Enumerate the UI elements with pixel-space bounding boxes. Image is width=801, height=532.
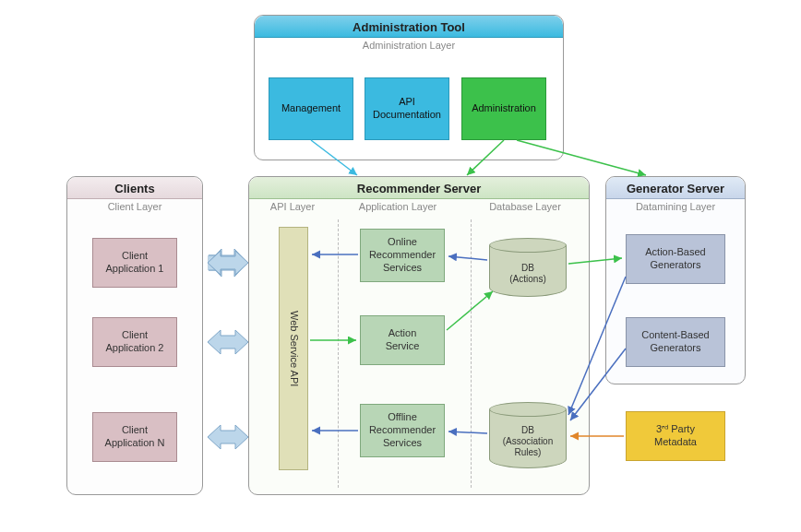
management-box: Management [269, 77, 353, 140]
api-doc-box: API Documentation [365, 77, 449, 140]
app-layer-label: Application Layer [347, 201, 448, 212]
online-recommender-box: Online Recommender Services [360, 229, 445, 282]
svg-marker-2 [208, 425, 248, 449]
admin-layer-label: Administration Layer [255, 38, 563, 56]
clients-title: Clients [67, 177, 202, 199]
action-generators-box: Action-Based Generators [626, 234, 725, 284]
action-service-box: Action Service [360, 315, 445, 365]
db-layer-label: Database Layer [474, 201, 576, 212]
client-api-arrow-2 [208, 330, 248, 354]
content-generators-box: Content-Based Generators [626, 317, 725, 367]
svg-marker-0 [208, 251, 248, 275]
clients-layer-label: Client Layer [67, 199, 202, 218]
client-app-2: Client Application 2 [92, 317, 177, 367]
client-api-arrow-3 [208, 425, 248, 449]
svg-marker-1 [208, 330, 248, 354]
client-app-1: Client Application 1 [92, 238, 177, 288]
offline-recommender-box: Offline Recommender Services [360, 404, 445, 457]
generator-layer-label: Datamining Layer [606, 199, 745, 218]
divider-2 [471, 219, 472, 488]
db-actions: DB (Actions) [489, 238, 567, 297]
client-api-arrow-1 [208, 249, 248, 277]
api-layer-label: API Layer [260, 201, 325, 212]
administration-box: Administration [461, 77, 546, 140]
client-app-n: Client Application N [92, 412, 177, 462]
db-rules-label: DB (Association Rules) [489, 409, 567, 468]
web-service-api-box: Web Service API [279, 227, 308, 470]
recommender-title: Recommender Server [249, 177, 589, 199]
db-rules: DB (Association Rules) [489, 402, 567, 468]
generator-title: Generator Server [606, 177, 745, 199]
admin-title: Administration Tool [255, 16, 563, 38]
third-party-metadata-box: 3ʳᵈ Party Metadata [626, 411, 725, 461]
divider-1 [338, 219, 339, 488]
db-actions-label: DB (Actions) [489, 245, 567, 297]
